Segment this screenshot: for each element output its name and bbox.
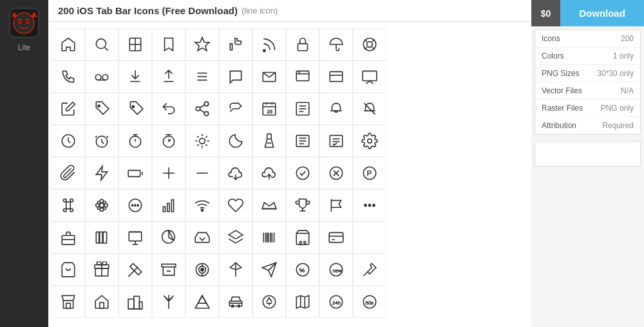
- icon-edit[interactable]: [52, 93, 85, 125]
- icon-flag[interactable]: [319, 189, 353, 221]
- icon-clock[interactable]: [52, 125, 85, 157]
- icon-command[interactable]: [52, 189, 85, 221]
- icon-house[interactable]: [85, 286, 118, 318]
- icon-flower[interactable]: [85, 189, 118, 221]
- icon-wifi[interactable]: [185, 189, 219, 221]
- icon-plus[interactable]: [152, 157, 185, 189]
- icon-search[interactable]: [85, 28, 118, 61]
- icon-price-tag[interactable]: [118, 93, 152, 125]
- icon-moon[interactable]: [219, 125, 252, 157]
- icon-target[interactable]: [185, 254, 219, 286]
- info-val-vector: N/A: [621, 86, 634, 95]
- text-input-area[interactable]: [535, 141, 641, 167]
- icon-newspaper[interactable]: [286, 93, 319, 125]
- icon-tower[interactable]: [152, 286, 185, 318]
- icon-minus[interactable]: [185, 157, 219, 189]
- icon-dots-circle[interactable]: [118, 189, 152, 221]
- icon-pie-chart[interactable]: [152, 221, 185, 254]
- icon-heart[interactable]: [219, 189, 252, 221]
- icon-p-circle[interactable]: P: [353, 157, 386, 189]
- icon-calendar[interactable]: 23: [252, 93, 286, 125]
- icon-check-circle[interactable]: [286, 157, 319, 189]
- icon-settings[interactable]: [353, 125, 386, 157]
- icon-bell[interactable]: [319, 93, 353, 125]
- icon-monitor[interactable]: [353, 61, 386, 93]
- icon-undo[interactable]: [152, 93, 185, 125]
- svg-rect-163: [128, 299, 134, 309]
- icon-browser[interactable]: [286, 61, 319, 93]
- icon-more[interactable]: [353, 189, 386, 221]
- icon-mail[interactable]: [252, 61, 286, 93]
- svg-point-116: [368, 204, 370, 206]
- icon-lock[interactable]: [286, 28, 319, 61]
- icon-suitcase[interactable]: [52, 221, 85, 254]
- icon-map-lines[interactable]: [286, 286, 319, 318]
- icon-window[interactable]: [319, 61, 353, 93]
- icon-pin[interactable]: [353, 254, 386, 286]
- icon-phone[interactable]: [52, 61, 85, 93]
- icon-cart[interactable]: [286, 221, 319, 254]
- icon-percent[interactable]: %: [286, 254, 319, 286]
- icon-gift[interactable]: [85, 254, 118, 286]
- svg-text:24h: 24h: [332, 300, 341, 306]
- icon-stopwatch[interactable]: [118, 125, 152, 157]
- info-key-raster: Raster Files: [542, 104, 583, 113]
- icon-thumbs-up[interactable]: [219, 28, 252, 61]
- icon-paperclip[interactable]: [52, 157, 85, 189]
- price-button[interactable]: $0: [531, 0, 560, 26]
- svg-line-69: [205, 144, 207, 145]
- icon-home[interactable]: [52, 28, 85, 61]
- icon-timer[interactable]: [152, 125, 185, 157]
- icon-umbrella[interactable]: [319, 28, 353, 61]
- icon-bar-chart[interactable]: [152, 189, 185, 221]
- icon-download[interactable]: [118, 61, 152, 93]
- icon-sun[interactable]: [185, 125, 219, 157]
- icon-crown[interactable]: [252, 189, 286, 221]
- icon-send[interactable]: [252, 254, 286, 286]
- icon-clock-24[interactable]: 24h: [319, 286, 353, 318]
- icon-rss[interactable]: [252, 28, 286, 61]
- icon-shopping-bag[interactable]: [52, 254, 85, 286]
- icon-flashlight[interactable]: [252, 125, 286, 157]
- icon-battery[interactable]: [118, 157, 152, 189]
- icon-alarm[interactable]: [85, 125, 118, 157]
- icon-creditcard[interactable]: [319, 221, 353, 254]
- icon-mountain[interactable]: [185, 286, 219, 318]
- icon-barcode[interactable]: [252, 221, 286, 254]
- icon-car[interactable]: [219, 286, 252, 318]
- icon-tag[interactable]: [85, 93, 118, 125]
- icon-archive[interactable]: [152, 254, 185, 286]
- icon-chat[interactable]: [219, 61, 252, 93]
- icon-presentation[interactable]: [118, 221, 152, 254]
- icon-books[interactable]: [85, 221, 118, 254]
- svg-point-59: [129, 136, 140, 147]
- icon-store[interactable]: [52, 286, 85, 318]
- icon-clock-60[interactable]: 60s: [353, 286, 386, 318]
- icon-star[interactable]: [185, 28, 219, 61]
- icon-layers[interactable]: [219, 221, 252, 254]
- icon-city[interactable]: [118, 286, 152, 318]
- icon-bolt[interactable]: [85, 157, 118, 189]
- download-button[interactable]: Download: [560, 0, 644, 26]
- icon-list-check[interactable]: [319, 125, 353, 157]
- icon-lifebuoy[interactable]: [353, 28, 386, 61]
- icon-bookmark[interactable]: [152, 28, 185, 61]
- icon-list-detail[interactable]: [286, 125, 319, 157]
- icon-share[interactable]: [185, 93, 219, 125]
- icon-bell-off[interactable]: [353, 93, 386, 125]
- icon-list[interactable]: [185, 61, 219, 93]
- icon-cloud-download[interactable]: [219, 157, 252, 189]
- icon-upload[interactable]: [152, 61, 185, 93]
- icon-share2[interactable]: [219, 93, 252, 125]
- icon-inbox[interactable]: [185, 221, 219, 254]
- icon-pencil[interactable]: [118, 254, 152, 286]
- icon-voicemail[interactable]: [85, 61, 118, 93]
- icon-x-circle[interactable]: [319, 157, 353, 189]
- icon-plane-circle[interactable]: [252, 286, 286, 318]
- icon-cloud-upload[interactable]: [252, 157, 286, 189]
- icon-new-badge[interactable]: new: [319, 254, 353, 286]
- icon-book[interactable]: [118, 28, 152, 61]
- icon-trophy[interactable]: [286, 189, 319, 221]
- svg-point-110: [201, 209, 203, 211]
- icon-directions[interactable]: [219, 254, 252, 286]
